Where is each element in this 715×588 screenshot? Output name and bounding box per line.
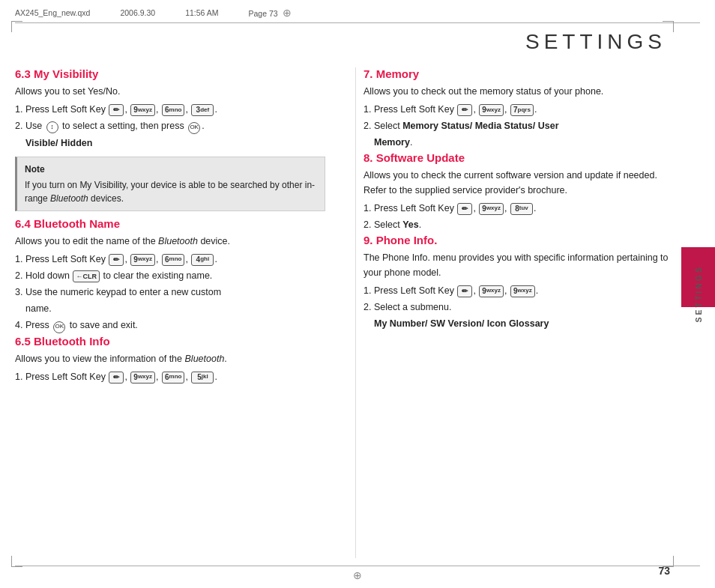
note-text: If you turn on My Visibility, your devic…: [25, 178, 317, 205]
step-7-1: 1. Press Left Soft Key ✏, 9wxyz, 7pqrs.: [363, 102, 674, 117]
key-9b-9: 9wxyz: [510, 285, 535, 297]
key-9-8: 9wxyz: [479, 203, 504, 215]
header-date: 2006.9.30: [120, 8, 155, 17]
page-title: SETTINGS: [15, 30, 674, 54]
section-8-title: 8. Software Update: [363, 151, 674, 164]
key-edit-6-5: ✏: [109, 372, 124, 384]
key-9: 9wxyz: [130, 104, 155, 116]
note-box-6-3: Note If you turn on My Visibility, your …: [15, 157, 325, 211]
step-8-2: 2. Select Yes.: [363, 217, 674, 232]
header-time: 11:56 AM: [185, 8, 218, 17]
section-6-4-body: Allows you to edit the name of the Bluet…: [15, 234, 325, 249]
bottom-bar: [15, 566, 700, 582]
key-6-6-5: 6mno: [162, 372, 184, 384]
section-6-4: 6.4 Bluetooth Name Allows you to edit th…: [15, 217, 325, 333]
left-column: 6.3 My Visibility Allows you to set Yes/…: [15, 67, 333, 558]
main-content: SETTINGS 6.3 My Visibility Allows you to…: [15, 30, 674, 558]
key-back: ←CLR: [73, 270, 100, 282]
key-7-7: 7pqrs: [510, 104, 534, 116]
step-6-3-2: 2. Use ↕ to select a setting, then press…: [15, 118, 325, 133]
section-6-3: 6.3 My Visibility Allows you to set Yes/…: [15, 67, 325, 211]
key-9a-9: 9wxyz: [479, 285, 504, 297]
section-6-5-body: Allows you to view the information of th…: [15, 352, 325, 366]
right-column: 7. Memory Allows you to check out the me…: [355, 67, 674, 558]
file-info: AX245_Eng_new.qxd: [15, 8, 90, 17]
key-edit-6-4: ✏: [109, 254, 124, 266]
step-6-5-1: 1. Press Left Soft Key ✏, 9wxyz, 6mno, 5…: [15, 369, 325, 384]
page-header: AX245_Eng_new.qxd 2006.9.30 11:56 AM Pag…: [15, 6, 700, 23]
section-7-body: Allows you to check out the memory statu…: [363, 85, 674, 99]
key-3: 3def: [191, 104, 214, 116]
step-6-4-1: 1. Press Left Soft Key ✏, 9wxyz, 6mno, 4…: [15, 252, 325, 267]
step-9-2: 2. Select a submenu.: [363, 300, 674, 315]
section-9-title: 9. Phone Info.: [363, 234, 674, 246]
section-6-3-title: 6.3 My Visibility: [15, 67, 325, 80]
section-6-5: 6.5 Bluetooth Info Allows you to view th…: [15, 335, 325, 384]
step-6-4-3-cont: name.: [15, 301, 325, 316]
section-6-4-title: 6.4 Bluetooth Name: [15, 217, 325, 230]
key-edit: ✏: [109, 104, 124, 116]
section-7: 7. Memory Allows you to check out the me…: [363, 67, 674, 150]
key-4-6-4: 4ghi: [191, 254, 214, 266]
step-7-2: 2. Select Memory Status/ Media Status/ U…: [363, 118, 674, 133]
section-6-3-body: Allows you to set Yes/No.: [15, 85, 325, 99]
key-8-8: 8tuv: [510, 203, 533, 215]
section-9-body: The Phone Info. menu provides you with s…: [363, 251, 674, 280]
section-8-body: Allows you to check the current software…: [363, 169, 674, 198]
step-6-3-1: 1. Press Left Soft Key ✏, 9wxyz, 6mno, 3…: [15, 102, 325, 117]
key-9-6-5: 9wxyz: [130, 372, 155, 384]
section-7-title: 7. Memory: [363, 67, 674, 80]
step-9-1: 1. Press Left Soft Key ✏, 9wxyz, 9wxyz.: [363, 283, 674, 298]
key-5-6-5: 5jkl: [191, 372, 214, 384]
key-9-6-4: 9wxyz: [130, 254, 155, 266]
key-6: 6mno: [162, 104, 184, 116]
step-6-4-4: 4. Press OK to save and exit.: [15, 318, 325, 333]
content-columns: 6.3 My Visibility Allows you to set Yes/…: [15, 67, 674, 558]
section-6-5-title: 6.5 Bluetooth Info: [15, 335, 325, 348]
step-8-1: 1. Press Left Soft Key ✏, 9wxyz, 8tuv.: [363, 201, 674, 216]
section-6-3-visible-hidden: Visible/ Hidden: [15, 136, 325, 151]
step-6-4-3: 3. Use the numeric keypad to enter a new…: [15, 285, 325, 300]
step-7-2-cont: Memory.: [363, 135, 674, 150]
key-6-6-4: 6mno: [162, 254, 184, 266]
crosshair-icon: [280, 6, 294, 19]
step-6-4-2: 2. Hold down ←CLR to clear the existing …: [15, 268, 325, 283]
header-page: Page 73: [249, 6, 294, 19]
section-8: 8. Software Update Allows you to check t…: [363, 151, 674, 232]
sidebar-label-text: SETTINGS: [694, 265, 703, 323]
note-title: Note: [25, 163, 317, 176]
bottom-crosshair-icon: [351, 569, 364, 582]
header-file-info: AX245_Eng_new.qxd 2006.9.30 11:56 AM Pag…: [15, 6, 294, 19]
key-edit-8: ✏: [457, 203, 472, 215]
section-9: 9. Phone Info. The Phone Info. menu prov…: [363, 234, 674, 331]
section-9-submenu: My Number/ SW Version/ Icon Glossary: [363, 316, 674, 331]
key-edit-7: ✏: [457, 104, 472, 116]
key-9-7: 9wxyz: [479, 104, 504, 116]
key-edit-9: ✏: [457, 285, 472, 297]
sidebar-label: SETTINGS: [681, 30, 715, 558]
